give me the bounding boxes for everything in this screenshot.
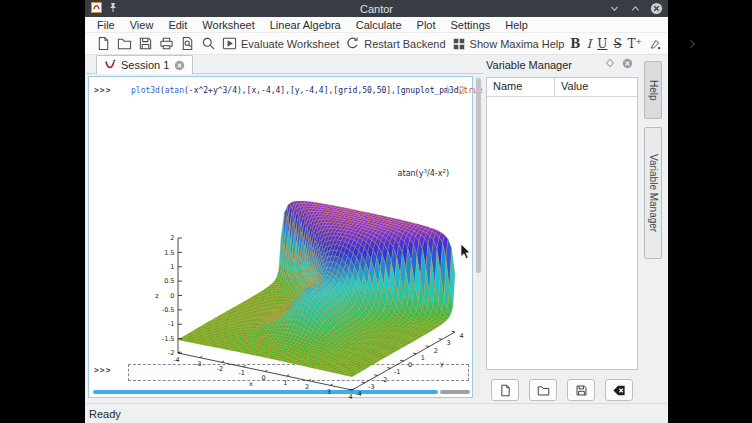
worksheet-pane: Session 1 >>> plot3d(atan(-x^2+y^3/4),[x… — [85, 55, 483, 403]
save-variables-button[interactable] — [567, 379, 595, 401]
print-preview-icon[interactable] — [180, 36, 195, 51]
menu-settings[interactable]: Settings — [451, 19, 491, 31]
tab-close-icon[interactable] — [174, 60, 185, 71]
clear-variables-button[interactable] — [605, 379, 633, 401]
command-entry-field[interactable] — [128, 364, 469, 381]
new-variables-button[interactable] — [491, 379, 519, 401]
toolbar-overflow-button[interactable] — [686, 38, 698, 50]
main-area: Session 1 >>> plot3d(atan(-x^2+y^3/4),[x… — [85, 55, 668, 403]
status-message: Ready — [89, 408, 121, 420]
float-panel-icon[interactable] — [605, 58, 615, 68]
restart-backend-button[interactable]: Restart Backend — [345, 36, 445, 51]
show-maxima-help-button[interactable]: Show Maxima Help — [452, 37, 565, 51]
evaluate-worksheet-button[interactable]: Evaluate Worksheet — [222, 36, 339, 51]
horizontal-scrollbar-thumb[interactable] — [93, 390, 438, 394]
open-folder-icon[interactable] — [117, 36, 132, 51]
show-maxima-help-label: Show Maxima Help — [470, 38, 565, 50]
save-icon[interactable] — [138, 36, 153, 51]
column-header-value[interactable]: Value — [555, 78, 588, 96]
command-prompt: >>> — [94, 86, 111, 95]
menu-worksheet[interactable]: Worksheet — [202, 19, 254, 31]
restart-backend-label: Restart Backend — [364, 38, 445, 50]
superscript-button[interactable]: T⁺ — [628, 37, 642, 51]
close-button[interactable] — [649, 1, 664, 16]
bold-button[interactable]: B — [570, 37, 580, 51]
vertical-scrollbar-thumb[interactable] — [476, 78, 481, 273]
menu-view[interactable]: View — [130, 19, 154, 31]
search-icon[interactable] — [201, 36, 216, 51]
menu-file[interactable]: File — [97, 19, 115, 31]
menu-calculate[interactable]: Calculate — [356, 19, 402, 31]
variable-manager-title: Variable Manager — [486, 59, 572, 71]
session-tab-label: Session 1 — [121, 59, 169, 71]
variables-table: Name Value — [486, 77, 638, 370]
text-color-icon[interactable] — [648, 37, 662, 51]
titlebar: Cantor — [85, 0, 668, 17]
variable-manager-panel: Variable Manager Name Value — [483, 55, 641, 403]
menu-edit[interactable]: Edit — [168, 19, 187, 31]
horizontal-scrollbar-track[interactable] — [440, 390, 470, 394]
cantor-window: Cantor File View Edit Worksheet Linear A… — [85, 0, 668, 423]
menu-linear-algebra[interactable]: Linear Algebra — [270, 19, 341, 31]
minimize-button[interactable] — [607, 1, 622, 16]
panel-close-icon[interactable] — [622, 58, 633, 69]
status-bar: Ready — [85, 403, 668, 423]
entry-prompt: >>> — [94, 366, 111, 375]
delete-cell-icon[interactable] — [457, 85, 466, 95]
toolbar: Evaluate Worksheet Restart Backend Show … — [85, 33, 668, 55]
menu-plot[interactable]: Plot — [417, 19, 436, 31]
side-tab-variable-manager[interactable]: Variable Manager — [644, 127, 662, 259]
print-icon[interactable] — [159, 36, 174, 51]
evaluate-worksheet-label: Evaluate Worksheet — [241, 38, 339, 50]
menubar: File View Edit Worksheet Linear Algebra … — [85, 17, 668, 33]
strikethrough-button[interactable]: S — [613, 37, 621, 51]
worksheet-view[interactable]: >>> plot3d(atan(-x^2+y^3/4),[x,-4,4],[y,… — [88, 76, 473, 398]
cantor-session-icon — [104, 59, 116, 71]
menu-help[interactable]: Help — [505, 19, 528, 31]
side-tab-help[interactable]: Help — [644, 61, 662, 119]
new-document-icon[interactable] — [96, 36, 111, 51]
tab-session-1[interactable]: Session 1 — [96, 55, 193, 74]
italic-button[interactable]: I — [587, 37, 592, 51]
drag-handle-icon[interactable] — [443, 85, 452, 94]
window-title: Cantor — [85, 3, 668, 15]
underline-button[interactable]: U — [597, 37, 607, 51]
column-header-name[interactable]: Name — [487, 78, 555, 96]
side-tab-strip: Help Variable Manager — [641, 55, 668, 403]
load-variables-button[interactable] — [529, 379, 557, 401]
vertical-scrollbar[interactable] — [476, 76, 481, 398]
maximize-button[interactable] — [628, 1, 643, 16]
tab-bar: Session 1 — [85, 55, 483, 74]
